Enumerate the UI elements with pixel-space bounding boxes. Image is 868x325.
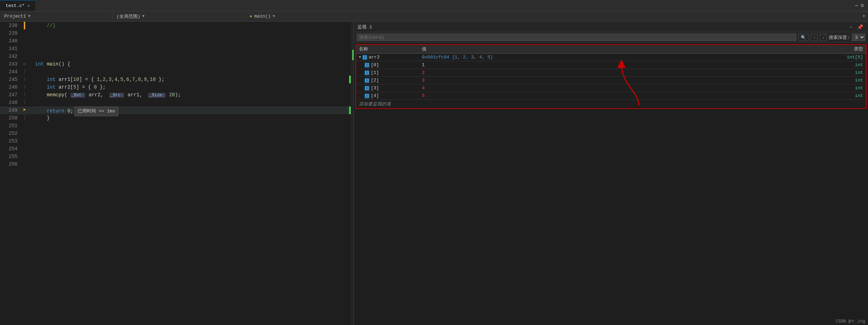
- var-name-4: [4]: [371, 93, 379, 98]
- expand-arrow-arr2[interactable]: ▼: [359, 55, 361, 59]
- element-icon-1: []: [364, 70, 369, 75]
- table-row: 246 ┊ int arr2[5] = { 0 };: [0, 83, 351, 91]
- watch-row-2[interactable]: [] [2] 3 int: [356, 77, 866, 84]
- table-row: 238 //}: [0, 22, 351, 29]
- watch-pin-button[interactable]: 📌: [856, 23, 864, 30]
- var-value-1: 2: [419, 70, 838, 75]
- var-value-0: 1: [419, 62, 838, 68]
- search-down-button[interactable]: ↓: [820, 34, 827, 41]
- element-icon-0: []: [364, 63, 369, 68]
- table-row: 252: [0, 130, 351, 137]
- toolbar-project[interactable]: Project1 ▼: [0, 14, 112, 19]
- table-row: 245 ┊ int arr1[10] = { 1,2,3,4,5,6,7,8,9…: [0, 76, 351, 83]
- active-tab[interactable]: test.c* ✕: [0, 0, 35, 11]
- tab-settings-area: ⋯ ⚙: [855, 2, 868, 8]
- watch-row-3[interactable]: [] [3] 4 int: [356, 84, 866, 92]
- add-watch-row[interactable]: 添加要监视的项: [356, 100, 866, 108]
- table-row: 253: [0, 137, 351, 145]
- toolbar-func[interactable]: ● main() ▼: [245, 14, 860, 19]
- watch-header: 监视 1 − 📌: [354, 22, 868, 32]
- code-lines-container[interactable]: 238 //} 239 240 241: [0, 22, 351, 325]
- var-type-2: int: [838, 78, 866, 83]
- array-icon: []: [362, 55, 367, 60]
- table-row: 254: [0, 145, 351, 153]
- var-name-2: [2]: [371, 78, 379, 83]
- current-line: 249 ➤ return 0;已用时间 <= 1ms: [0, 106, 351, 114]
- table-row: 247 ┊ memcpy( _Dst: arr2, _Src: arr1, _S…: [0, 91, 351, 99]
- var-type-0: int: [838, 62, 866, 68]
- watch-row-arr2[interactable]: ▼ [] arr2 0x001cfc04 {1, 2, 3, 4, 5} int…: [356, 54, 866, 61]
- main-area: 238 //} 239 240 241: [0, 22, 868, 325]
- var-name-1: [1]: [371, 70, 379, 75]
- toolbar-scope[interactable]: (全局范围) ▼: [112, 13, 245, 20]
- status-text: CSDN @十_ing: [836, 319, 865, 324]
- scope-label: (全局范围): [117, 13, 140, 20]
- var-type-3: int: [838, 85, 866, 91]
- tab-bar: test.c* ✕ ⋯ ⚙: [0, 0, 868, 11]
- watch-row-4[interactable]: [] [4] 5 int: [356, 92, 866, 100]
- tab-filename: test.c*: [6, 3, 25, 8]
- status-bar: CSDN @十_ing: [833, 318, 868, 325]
- search-button[interactable]: 🔍: [798, 34, 808, 41]
- table-row: 244 ┊ ┊: [0, 68, 351, 76]
- depth-label: 搜索深度:: [829, 34, 850, 41]
- watch-table-header: 名称 值 类型: [356, 45, 866, 54]
- watch-controls: − 📌: [848, 23, 864, 30]
- var-value-3: 4: [419, 85, 838, 91]
- var-value-2: 3: [419, 78, 838, 83]
- fold-button[interactable]: ⊟: [23, 60, 26, 68]
- table-row: 255: [0, 153, 351, 160]
- var-type-arr2: int[5]: [838, 55, 866, 60]
- table-row: 251: [0, 122, 351, 130]
- table-row: 241: [0, 45, 351, 53]
- func-icon: ●: [250, 14, 252, 19]
- watch-row-1[interactable]: [] [1] 2 int: [356, 69, 866, 77]
- table-row: 243 ⊟ int main() {: [0, 60, 351, 68]
- var-type-1: int: [838, 70, 866, 75]
- search-up-button[interactable]: ↑: [811, 34, 818, 41]
- col-type-header: 类型: [838, 45, 866, 53]
- var-name-arr2: arr2: [369, 55, 380, 60]
- table-row: 256: [0, 160, 351, 168]
- watch-collapse-button[interactable]: −: [848, 23, 854, 30]
- element-icon-3: []: [364, 86, 369, 91]
- project-label: Project1: [4, 14, 26, 19]
- func-dropdown-icon[interactable]: ▼: [273, 14, 275, 18]
- col-value-header: 值: [419, 45, 838, 53]
- settings-icon[interactable]: ⋯: [855, 2, 858, 8]
- element-icon-2: []: [364, 78, 369, 83]
- project-dropdown-icon[interactable]: ▼: [28, 14, 30, 18]
- minimap-scrollbar[interactable]: [351, 22, 354, 325]
- watch-search-bar: 🔍 ↑ ↓ 搜索深度: 3 1 2 4 5: [354, 32, 868, 43]
- table-row: 250 ┊ }: [0, 114, 351, 122]
- depth-select[interactable]: 3 1 2 4 5: [852, 34, 865, 41]
- var-value-4: 5: [419, 93, 838, 98]
- add-view-button[interactable]: +: [860, 14, 868, 19]
- execution-arrow: ➤: [23, 106, 26, 114]
- tab-close-button[interactable]: ✕: [28, 4, 30, 8]
- var-name-0: [0]: [371, 62, 379, 68]
- watch-search-input[interactable]: [357, 34, 796, 41]
- watch-title: 监视 1: [357, 24, 845, 30]
- var-type-4: int: [838, 93, 866, 98]
- table-row: 240: [0, 37, 351, 45]
- scope-dropdown-icon[interactable]: ▼: [143, 14, 145, 18]
- table-row: 248 ┊: [0, 99, 351, 106]
- var-value-arr2: 0x001cfc04 {1, 2, 3, 4, 5}: [419, 55, 838, 60]
- col-name-header: 名称: [356, 45, 419, 53]
- table-row: 239: [0, 29, 351, 37]
- watch-table: 名称 值 类型 ▼ [] arr2 0x001cfc04 {1, 2, 3, 4…: [355, 44, 867, 109]
- func-label: main(): [254, 14, 271, 19]
- element-icon-4: []: [364, 94, 369, 98]
- watch-row-0[interactable]: [] [0] 1 int: [356, 61, 866, 69]
- var-name-3: [3]: [371, 85, 379, 91]
- gear-icon[interactable]: ⚙: [861, 2, 864, 8]
- table-row: 242: [0, 53, 351, 60]
- watch-panel: 监视 1 − 📌 🔍 ↑ ↓ 搜索深度: 3 1 2 4 5 名称: [354, 22, 868, 325]
- code-panel: 238 //} 239 240 241: [0, 22, 354, 325]
- toolbar-row: Project1 ▼ (全局范围) ▼ ● main() ▼ +: [0, 11, 868, 22]
